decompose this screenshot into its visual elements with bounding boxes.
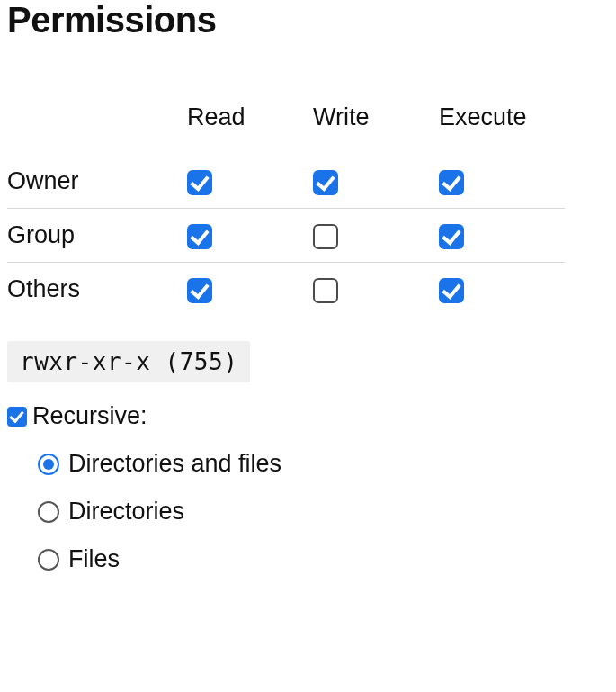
recurse-radio-group: Directories and files Directories Files [38,450,609,573]
recursive-checkbox[interactable] [7,407,27,427]
row-label-others: Others [7,263,187,317]
recurse-radio-directories[interactable] [38,501,59,523]
permissions-table: Read Write Execute Owner Group Others [7,91,565,316]
perm-others-execute[interactable] [439,278,464,303]
col-head-write: Write [313,91,439,155]
perm-owner-read[interactable] [187,170,212,195]
recurse-radio-files[interactable] [38,549,59,571]
table-corner [7,91,187,155]
col-head-execute: Execute [439,91,565,155]
row-label-owner: Owner [7,155,187,209]
page-title: Permissions [7,0,609,40]
perm-group-execute[interactable] [439,224,464,249]
recursive-label: Recursive: [32,402,147,430]
mode-string: rwxr-xr-x (755) [7,341,250,382]
recurse-radio-label: Files [68,545,120,573]
col-head-read: Read [187,91,313,155]
recurse-radio-dirs-and-files[interactable] [38,454,59,475]
recurse-radio-label: Directories [68,498,184,526]
row-label-group: Group [7,209,187,263]
perm-owner-execute[interactable] [439,170,464,195]
table-row: Group [7,209,565,263]
perm-others-write[interactable] [313,278,338,303]
table-row: Owner [7,155,565,209]
perm-group-read[interactable] [187,224,212,249]
perm-others-read[interactable] [187,278,212,303]
perm-group-write[interactable] [313,224,338,249]
recurse-radio-label: Directories and files [68,450,281,478]
perm-owner-write[interactable] [313,170,338,195]
table-row: Others [7,263,565,317]
